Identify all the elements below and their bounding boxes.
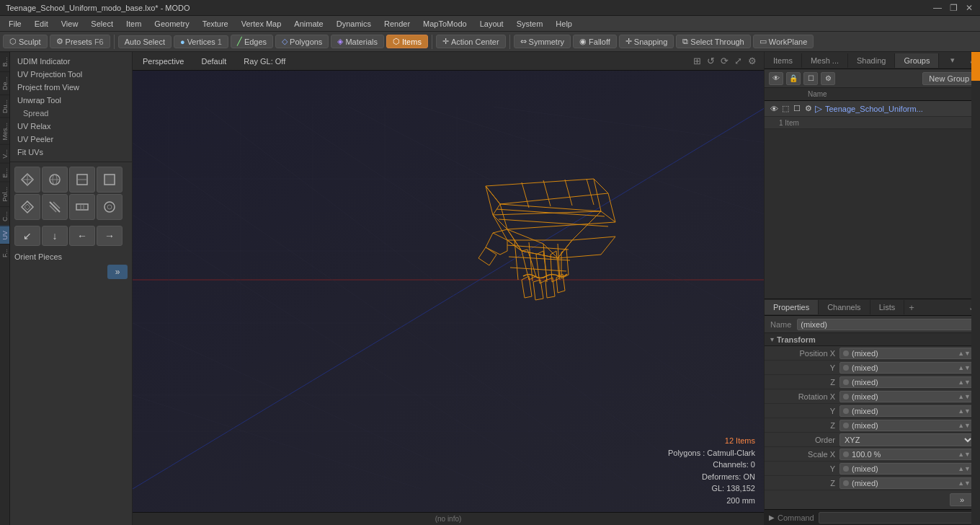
lock-btn[interactable]: 🔒	[786, 72, 801, 85]
item-vis-btn[interactable]: ☐	[792, 104, 802, 114]
rot-x-value[interactable]: (mixed) ▲▼	[839, 391, 974, 402]
menu-file[interactable]: File	[3, 18, 27, 30]
pos-z-arrows[interactable]: ▲▼	[958, 379, 971, 386]
vp-icon-expand[interactable]: ⤢	[733, 54, 744, 68]
pos-x-arrows[interactable]: ▲▼	[958, 350, 971, 357]
menu-dynamics[interactable]: Dynamics	[331, 18, 377, 30]
sculpt-button[interactable]: ⬡ Sculpt	[3, 35, 48, 48]
menu-select[interactable]: Select	[85, 18, 119, 30]
vp-icon-2[interactable]: ↺	[705, 54, 716, 68]
right-strip-btn-1[interactable]	[971, 52, 980, 81]
arrow-down[interactable]: ↓	[42, 226, 68, 246]
vp-icon-1[interactable]: ⊞	[692, 54, 703, 68]
tab-shading[interactable]: Shading	[848, 53, 895, 68]
tool-icon-2[interactable]	[42, 167, 68, 193]
uv-projection-tool[interactable]: UV Projection Tool	[13, 68, 129, 81]
uv-relax[interactable]: UV Relax	[13, 120, 129, 133]
new-group-button[interactable]: New Group	[922, 72, 976, 85]
items-button[interactable]: ⬡ Items	[386, 35, 428, 48]
ray-gl-label[interactable]: Ray GL: Off	[239, 56, 290, 67]
rot-z-arrows[interactable]: ▲▼	[958, 422, 971, 429]
minimize-button[interactable]: —	[932, 3, 943, 13]
vis-btn[interactable]: ☐	[803, 72, 818, 85]
tab-groups[interactable]: Groups	[895, 53, 939, 68]
arrow-right[interactable]: →	[97, 226, 122, 246]
scale-x-arrows[interactable]: ▲▼	[958, 451, 971, 458]
order-select-wrapper[interactable]: XYZ XZY YXZ YZX ZXY ZYX	[839, 433, 974, 446]
left-tab-c[interactable]: C...	[0, 206, 9, 226]
select-through-button[interactable]: ⧉ Select Through	[676, 35, 750, 48]
left-tab-f[interactable]: F...	[0, 244, 9, 262]
items-row[interactable]: 👁 ⬚ ☐ ⚙ ▷ Teenage_School_Uniform...	[765, 101, 980, 117]
left-tab-mes[interactable]: Mes...	[0, 118, 9, 145]
presets-button[interactable]: ⚙ Presets F6	[50, 35, 110, 48]
menu-layout[interactable]: Layout	[474, 18, 509, 30]
left-tab-du[interactable]: Du...	[0, 94, 9, 118]
scale-y-arrows[interactable]: ▲▼	[958, 465, 971, 472]
menu-view[interactable]: View	[55, 18, 84, 30]
pos-z-value[interactable]: (mixed) ▲▼	[839, 376, 974, 388]
maximize-button[interactable]: ❐	[948, 3, 958, 13]
tab-mesh[interactable]: Mesh ...	[802, 53, 848, 68]
menu-animate[interactable]: Animate	[288, 18, 329, 30]
scale-y-value[interactable]: (mixed) ▲▼	[839, 463, 974, 475]
tab-add-button[interactable]: +	[904, 299, 919, 316]
workplane-button[interactable]: ▭ WorkPlane	[753, 35, 814, 48]
default-label[interactable]: Default	[197, 56, 231, 67]
item-gear-btn[interactable]: ⚙	[803, 104, 814, 114]
rot-y-value[interactable]: (mixed) ▲▼	[839, 405, 974, 417]
menu-render[interactable]: Render	[378, 18, 416, 30]
menu-item[interactable]: Item	[120, 18, 147, 30]
tool-icon-8[interactable]	[97, 194, 122, 220]
more-props-button[interactable]: »	[950, 493, 974, 506]
left-tab-e[interactable]: E...	[0, 163, 9, 182]
snapping-button[interactable]: ✛ Snapping	[619, 35, 674, 48]
tab-lists[interactable]: Lists	[870, 300, 905, 314]
tool-icon-4[interactable]	[97, 167, 122, 193]
tool-icon-7[interactable]	[69, 194, 95, 220]
item-eye-2[interactable]: ⬚	[780, 104, 790, 114]
left-tab-pol[interactable]: Pol...	[0, 182, 9, 206]
tool-icon-5[interactable]	[14, 194, 40, 220]
viewport-3d[interactable]: X Y Z 12 Items Polygons : Catmull-Clark …	[133, 71, 764, 512]
menu-texture[interactable]: Texture	[197, 18, 234, 30]
pos-y-arrows[interactable]: ▲▼	[958, 364, 971, 371]
rot-z-value[interactable]: (mixed) ▲▼	[839, 420, 974, 431]
scale-x-value[interactable]: 100.0 % ▲▼	[839, 449, 974, 460]
item-eye-1[interactable]: 👁	[769, 104, 779, 114]
pos-y-value[interactable]: (mixed) ▲▼	[839, 362, 974, 374]
command-input[interactable]	[819, 512, 976, 524]
arrow-left[interactable]: ←	[69, 226, 95, 246]
order-select[interactable]: XYZ XZY YXZ YZX ZXY ZYX	[839, 433, 974, 446]
transform-section-header[interactable]: ▾ Transform	[765, 333, 980, 346]
symmetry-button[interactable]: ⇔ Symmetry	[514, 35, 571, 48]
rot-y-arrows[interactable]: ▲▼	[958, 407, 971, 415]
spread[interactable]: Spread	[13, 107, 129, 120]
tool-icon-1[interactable]	[14, 167, 40, 193]
gear-btn[interactable]: ⚙	[821, 72, 835, 85]
left-tab-uv[interactable]: UV	[0, 226, 9, 244]
vp-icon-settings[interactable]: ⚙	[747, 54, 758, 68]
fit-uvs[interactable]: Fit UVs	[13, 146, 129, 159]
item-name-text[interactable]: Teenage_School_Uniform...	[825, 105, 976, 113]
pos-x-value[interactable]: (mixed) ▲▼	[839, 348, 974, 359]
tab-properties[interactable]: Properties	[765, 300, 819, 314]
tool-icon-6[interactable]	[42, 194, 68, 220]
vp-icon-3[interactable]: ⟳	[719, 54, 730, 68]
perspective-label[interactable]: Perspective	[138, 56, 188, 67]
menu-system[interactable]: System	[511, 18, 549, 30]
action-center-button[interactable]: ✛ Action Center	[436, 35, 506, 48]
items-tab-more[interactable]: ▾	[946, 53, 959, 68]
tab-channels[interactable]: Channels	[819, 300, 870, 314]
left-tab-de[interactable]: De...	[0, 71, 9, 94]
falloff-button[interactable]: ◉ Falloff	[573, 35, 617, 48]
rot-x-arrows[interactable]: ▲▼	[958, 393, 971, 400]
more-tools-button[interactable]: »	[107, 265, 128, 279]
menu-vertex-map[interactable]: Vertex Map	[236, 18, 288, 30]
scale-z-value[interactable]: (mixed) ▲▼	[839, 477, 974, 489]
menu-mapto[interactable]: MapToModo	[417, 18, 473, 30]
unwrap-tool[interactable]: Unwrap Tool	[13, 94, 129, 107]
eye-btn[interactable]: 👁	[769, 72, 783, 85]
scale-z-arrows[interactable]: ▲▼	[958, 480, 971, 487]
tool-icon-3[interactable]	[69, 167, 95, 193]
